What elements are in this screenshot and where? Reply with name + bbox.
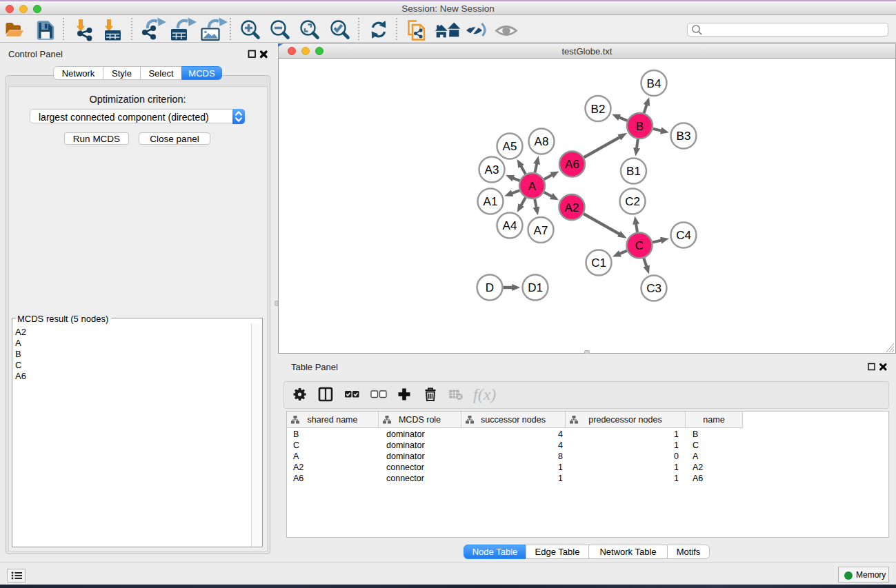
svg-text:A6: A6	[565, 158, 579, 171]
svg-text:A4: A4	[503, 219, 517, 232]
svg-text:A8: A8	[535, 135, 549, 148]
svg-text:B: B	[636, 120, 644, 133]
svg-text:C2: C2	[625, 195, 640, 208]
svg-text:A: A	[528, 180, 537, 193]
svg-text:B1: B1	[626, 165, 641, 178]
svg-text:A3: A3	[485, 163, 499, 176]
svg-text:A7: A7	[534, 224, 548, 237]
svg-text:D1: D1	[528, 281, 543, 294]
svg-text:C: C	[635, 239, 644, 252]
svg-text:A2: A2	[565, 201, 579, 214]
svg-text:C4: C4	[676, 229, 691, 242]
svg-text:B4: B4	[647, 77, 661, 90]
svg-text:C3: C3	[646, 282, 661, 295]
svg-text:A5: A5	[503, 140, 517, 153]
svg-text:C1: C1	[591, 256, 606, 270]
svg-text:A1: A1	[484, 195, 498, 208]
svg-text:D: D	[486, 281, 494, 294]
svg-text:B3: B3	[677, 130, 691, 143]
svg-text:f(x): f(x)	[473, 385, 496, 403]
svg-text:B2: B2	[591, 103, 606, 116]
